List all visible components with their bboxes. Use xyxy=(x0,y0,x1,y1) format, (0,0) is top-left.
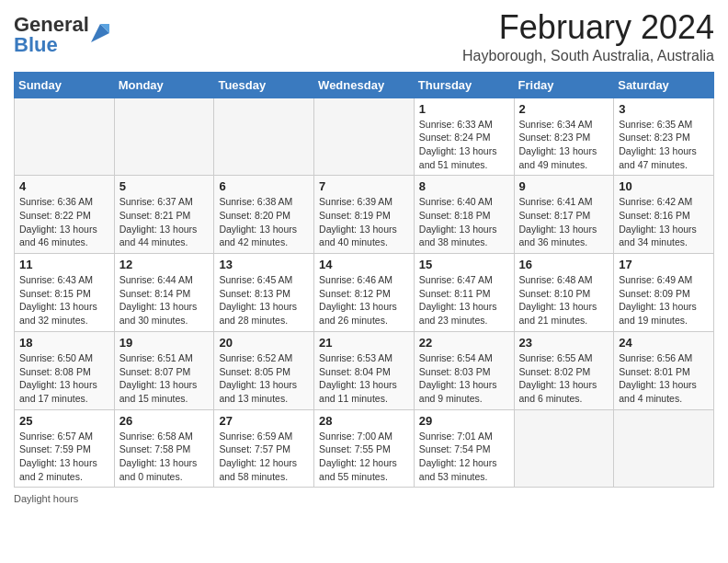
day-info: Sunrise: 6:47 AMSunset: 8:11 PMDaylight:… xyxy=(419,273,509,327)
day-cell: 8Sunrise: 6:40 AMSunset: 8:18 PMDaylight… xyxy=(414,176,514,254)
day-number: 12 xyxy=(119,258,210,271)
weekday-header-row: SundayMondayTuesdayWednesdayThursdayFrid… xyxy=(15,72,714,98)
day-info: Sunrise: 6:37 AMSunset: 8:21 PMDaylight:… xyxy=(119,195,210,249)
day-number: 26 xyxy=(119,414,210,428)
day-number: 16 xyxy=(519,258,609,271)
day-number: 15 xyxy=(419,258,509,271)
day-number: 17 xyxy=(619,258,709,271)
day-number: 9 xyxy=(519,179,609,193)
weekday-header-monday: Monday xyxy=(114,72,214,98)
day-number: 20 xyxy=(219,336,309,350)
day-info: Sunrise: 6:49 AMSunset: 8:09 PMDaylight:… xyxy=(619,273,709,327)
day-info: Sunrise: 6:50 AMSunset: 8:08 PMDaylight:… xyxy=(19,351,109,406)
day-info: Sunrise: 6:41 AMSunset: 8:17 PMDaylight:… xyxy=(519,195,609,249)
weekday-header-wednesday: Wednesday xyxy=(314,72,415,98)
logo: General Blue xyxy=(14,15,109,55)
day-info: Sunrise: 6:36 AMSunset: 8:22 PMDaylight:… xyxy=(19,195,109,249)
day-number: 28 xyxy=(319,414,409,428)
day-info: Sunrise: 6:58 AMSunset: 7:58 PMDaylight:… xyxy=(119,430,210,484)
day-info: Sunrise: 6:53 AMSunset: 8:04 PMDaylight:… xyxy=(319,351,409,406)
day-number: 3 xyxy=(619,102,709,116)
day-info: Sunrise: 6:59 AMSunset: 7:57 PMDaylight:… xyxy=(219,430,309,484)
day-number: 11 xyxy=(19,258,109,271)
day-info: Sunrise: 6:45 AMSunset: 8:13 PMDaylight:… xyxy=(219,273,309,327)
day-info: Sunrise: 6:48 AMSunset: 8:10 PMDaylight:… xyxy=(519,273,609,327)
day-number: 6 xyxy=(219,179,309,193)
day-number: 18 xyxy=(19,336,109,350)
day-cell: 2Sunrise: 6:34 AMSunset: 8:23 PMDaylight… xyxy=(514,98,614,176)
day-cell: 1Sunrise: 6:33 AMSunset: 8:24 PMDaylight… xyxy=(414,98,514,176)
day-number: 27 xyxy=(219,414,309,428)
week-row-4: 18Sunrise: 6:50 AMSunset: 8:08 PMDayligh… xyxy=(15,331,714,409)
logo-blue: Blue xyxy=(14,33,58,56)
day-cell: 11Sunrise: 6:43 AMSunset: 8:15 PMDayligh… xyxy=(15,254,115,332)
day-cell: 4Sunrise: 6:36 AMSunset: 8:22 PMDaylight… xyxy=(15,176,115,254)
weekday-header-sunday: Sunday xyxy=(15,72,115,98)
day-cell: 17Sunrise: 6:49 AMSunset: 8:09 PMDayligh… xyxy=(614,254,714,332)
day-cell: 7Sunrise: 6:39 AMSunset: 8:19 PMDaylight… xyxy=(314,176,415,254)
day-number: 25 xyxy=(19,414,109,428)
main-title: February 2024 xyxy=(462,9,714,46)
day-info: Sunrise: 6:33 AMSunset: 8:24 PMDaylight:… xyxy=(419,118,509,172)
footer-note: Daylight hours xyxy=(14,493,714,504)
day-cell: 13Sunrise: 6:45 AMSunset: 8:13 PMDayligh… xyxy=(214,254,314,332)
day-cell: 23Sunrise: 6:55 AMSunset: 8:02 PMDayligh… xyxy=(514,331,614,409)
subtitle: Hayborough, South Australia, Australia xyxy=(462,48,714,64)
day-cell: 3Sunrise: 6:35 AMSunset: 8:23 PMDaylight… xyxy=(614,98,714,176)
day-cell: 5Sunrise: 6:37 AMSunset: 8:21 PMDaylight… xyxy=(114,176,214,254)
day-info: Sunrise: 6:55 AMSunset: 8:02 PMDaylight:… xyxy=(519,351,609,406)
day-cell: 18Sunrise: 6:50 AMSunset: 8:08 PMDayligh… xyxy=(15,331,115,409)
day-number: 1 xyxy=(419,102,509,116)
day-cell xyxy=(114,98,214,176)
day-info: Sunrise: 6:34 AMSunset: 8:23 PMDaylight:… xyxy=(519,118,609,172)
day-cell: 25Sunrise: 6:57 AMSunset: 7:59 PMDayligh… xyxy=(15,409,115,488)
day-info: Sunrise: 7:00 AMSunset: 7:55 PMDaylight:… xyxy=(319,430,409,484)
day-cell: 24Sunrise: 6:56 AMSunset: 8:01 PMDayligh… xyxy=(614,331,714,409)
weekday-header-tuesday: Tuesday xyxy=(214,72,314,98)
day-cell: 26Sunrise: 6:58 AMSunset: 7:58 PMDayligh… xyxy=(114,409,214,488)
day-number: 23 xyxy=(519,336,609,350)
day-number: 13 xyxy=(219,258,309,271)
day-cell xyxy=(314,98,415,176)
week-row-5: 25Sunrise: 6:57 AMSunset: 7:59 PMDayligh… xyxy=(15,409,714,488)
day-number: 2 xyxy=(519,102,609,116)
weekday-header-thursday: Thursday xyxy=(414,72,514,98)
day-info: Sunrise: 6:52 AMSunset: 8:05 PMDaylight:… xyxy=(219,351,309,406)
day-cell: 20Sunrise: 6:52 AMSunset: 8:05 PMDayligh… xyxy=(214,331,314,409)
day-number: 4 xyxy=(19,179,109,193)
day-info: Sunrise: 6:42 AMSunset: 8:16 PMDaylight:… xyxy=(619,195,709,249)
day-number: 22 xyxy=(419,336,509,350)
weekday-header-friday: Friday xyxy=(514,72,614,98)
day-number: 19 xyxy=(119,336,210,350)
day-info: Sunrise: 6:51 AMSunset: 8:07 PMDaylight:… xyxy=(119,351,210,406)
day-cell: 9Sunrise: 6:41 AMSunset: 8:17 PMDaylight… xyxy=(514,176,614,254)
day-info: Sunrise: 6:44 AMSunset: 8:14 PMDaylight:… xyxy=(119,273,210,327)
header: General Blue February 2024 Hayborough, S… xyxy=(14,9,714,64)
day-number: 29 xyxy=(419,414,509,428)
day-number: 8 xyxy=(419,179,509,193)
day-info: Sunrise: 6:35 AMSunset: 8:23 PMDaylight:… xyxy=(619,118,709,172)
day-cell: 14Sunrise: 6:46 AMSunset: 8:12 PMDayligh… xyxy=(314,254,415,332)
day-cell: 12Sunrise: 6:44 AMSunset: 8:14 PMDayligh… xyxy=(114,254,214,332)
calendar-table: SundayMondayTuesdayWednesdayThursdayFrid… xyxy=(14,72,714,488)
day-number: 21 xyxy=(319,336,409,350)
day-number: 7 xyxy=(319,179,409,193)
day-cell: 19Sunrise: 6:51 AMSunset: 8:07 PMDayligh… xyxy=(114,331,214,409)
day-number: 10 xyxy=(619,179,709,193)
day-cell: 29Sunrise: 7:01 AMSunset: 7:54 PMDayligh… xyxy=(414,409,514,488)
day-info: Sunrise: 6:46 AMSunset: 8:12 PMDaylight:… xyxy=(319,273,409,327)
day-cell: 21Sunrise: 6:53 AMSunset: 8:04 PMDayligh… xyxy=(314,331,415,409)
day-info: Sunrise: 7:01 AMSunset: 7:54 PMDaylight:… xyxy=(419,430,509,484)
day-info: Sunrise: 6:56 AMSunset: 8:01 PMDaylight:… xyxy=(619,351,709,406)
day-info: Sunrise: 6:43 AMSunset: 8:15 PMDaylight:… xyxy=(19,273,109,327)
day-cell: 10Sunrise: 6:42 AMSunset: 8:16 PMDayligh… xyxy=(614,176,714,254)
day-cell: 16Sunrise: 6:48 AMSunset: 8:10 PMDayligh… xyxy=(514,254,614,332)
day-info: Sunrise: 6:54 AMSunset: 8:03 PMDaylight:… xyxy=(419,351,509,406)
day-info: Sunrise: 6:57 AMSunset: 7:59 PMDaylight:… xyxy=(19,430,109,484)
week-row-2: 4Sunrise: 6:36 AMSunset: 8:22 PMDaylight… xyxy=(15,176,714,254)
day-info: Sunrise: 6:40 AMSunset: 8:18 PMDaylight:… xyxy=(419,195,509,249)
week-row-3: 11Sunrise: 6:43 AMSunset: 8:15 PMDayligh… xyxy=(15,254,714,332)
week-row-1: 1Sunrise: 6:33 AMSunset: 8:24 PMDaylight… xyxy=(15,98,714,176)
day-info: Sunrise: 6:39 AMSunset: 8:19 PMDaylight:… xyxy=(319,195,409,249)
day-cell: 27Sunrise: 6:59 AMSunset: 7:57 PMDayligh… xyxy=(214,409,314,488)
